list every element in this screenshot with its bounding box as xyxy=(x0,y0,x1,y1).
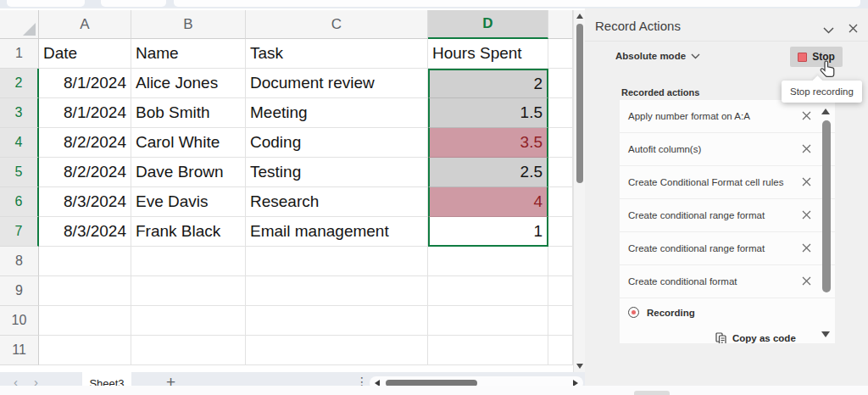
list-scroll-up-icon[interactable] xyxy=(821,108,830,114)
scroll-down-icon[interactable] xyxy=(576,364,583,369)
select-all-corner[interactable] xyxy=(0,10,39,39)
mode-dropdown[interactable]: Absolute mode xyxy=(615,51,700,61)
cell-d4-conditional-highlight[interactable]: 3.5 xyxy=(428,128,548,158)
close-icon[interactable] xyxy=(849,21,858,36)
column-header-c[interactable]: C xyxy=(246,10,428,39)
spreadsheet: A B C D 1 Date Name Task Hours Spent 2 8… xyxy=(0,8,585,387)
cell-d10[interactable] xyxy=(428,306,548,336)
cell-d7-active[interactable]: 1 xyxy=(428,217,548,247)
cell-c8[interactable] xyxy=(246,247,428,276)
cell-b7[interactable]: Frank Black xyxy=(131,217,246,247)
row-header-5[interactable]: 5 xyxy=(0,158,39,187)
cell-a11[interactable] xyxy=(39,336,131,365)
row-header-9[interactable]: 9 xyxy=(0,276,39,306)
delete-action-icon[interactable] xyxy=(802,210,811,221)
cell-a7[interactable]: 8/3/2024 xyxy=(39,217,131,247)
cell-a6[interactable]: 8/3/2024 xyxy=(39,187,131,217)
cell-e6[interactable] xyxy=(548,187,573,217)
row-header-2[interactable]: 2 xyxy=(0,69,39,98)
cell-c6[interactable]: Research xyxy=(246,187,428,217)
recorded-action-label: Create Conditional Format cell rules xyxy=(628,177,783,187)
recorded-action-label: Create conditional format xyxy=(628,276,737,287)
cell-b8[interactable] xyxy=(131,247,246,276)
delete-action-icon[interactable] xyxy=(802,111,811,122)
cell-e1[interactable] xyxy=(548,39,573,69)
cell-c5[interactable]: Testing xyxy=(246,158,428,187)
cell-e5[interactable] xyxy=(548,158,573,187)
cell-c9[interactable] xyxy=(246,276,428,306)
column-header-partial[interactable] xyxy=(548,10,573,39)
scroll-up-icon[interactable] xyxy=(576,14,583,19)
cell-e7[interactable] xyxy=(548,217,573,247)
cell-b1[interactable]: Name xyxy=(131,39,246,69)
cell-b3[interactable]: Bob Smith xyxy=(131,98,246,128)
cell-a4[interactable]: 8/2/2024 xyxy=(39,128,131,158)
cell-c4[interactable]: Coding xyxy=(246,128,428,158)
cell-e11[interactable] xyxy=(548,336,573,365)
cell-c2[interactable]: Document review xyxy=(246,69,428,98)
row-header-1[interactable]: 1 xyxy=(0,39,39,69)
cell-d8[interactable] xyxy=(428,247,548,276)
cell-d1[interactable]: Hours Spent xyxy=(428,39,548,69)
list-scroll-down-icon[interactable] xyxy=(821,331,830,337)
row-header-11[interactable]: 11 xyxy=(0,336,39,365)
cell-d5-selected[interactable]: 2.5 xyxy=(428,158,548,187)
cell-c1[interactable]: Task xyxy=(246,39,428,69)
cell-c10[interactable] xyxy=(246,306,428,336)
vertical-scrollbar[interactable] xyxy=(573,10,585,372)
vertical-scrollbar-thumb[interactable] xyxy=(576,24,583,183)
recorded-actions-heading: Recorded actions xyxy=(621,87,699,97)
cell-a3[interactable]: 8/1/2024 xyxy=(39,98,131,128)
cell-e2[interactable] xyxy=(548,69,573,98)
row-header-7[interactable]: 7 xyxy=(0,217,39,247)
cell-d6-conditional-highlight[interactable]: 4 xyxy=(428,187,548,217)
table-row: 2 8/1/2024 Alice Jones Document review 2 xyxy=(0,69,573,98)
cell-a8[interactable] xyxy=(39,247,131,276)
cell-d9[interactable] xyxy=(428,276,548,306)
cell-a9[interactable] xyxy=(39,276,131,306)
delete-action-icon[interactable] xyxy=(802,276,811,287)
cell-b11[interactable] xyxy=(131,336,246,365)
table-row: 4 8/2/2024 Carol White Coding 3.5 xyxy=(0,128,573,158)
delete-action-icon[interactable] xyxy=(802,243,811,254)
cell-e9[interactable] xyxy=(548,276,573,306)
cell-b9[interactable] xyxy=(131,276,246,306)
copy-as-code-button[interactable]: Copy as code xyxy=(620,326,835,343)
tooltip-text: Stop recording xyxy=(790,86,854,97)
cell-c3[interactable]: Meeting xyxy=(246,98,428,128)
cell-a1[interactable]: Date xyxy=(39,39,131,69)
cell-b6[interactable]: Eve Davis xyxy=(131,187,246,217)
cell-e8[interactable] xyxy=(548,247,573,276)
column-header-a[interactable]: A xyxy=(39,10,131,39)
cell-a10[interactable] xyxy=(39,306,131,336)
row-header-4[interactable]: 4 xyxy=(0,128,39,158)
row-header-10[interactable]: 10 xyxy=(0,306,39,336)
list-scrollbar-thumb[interactable] xyxy=(822,120,831,292)
column-header-d-selected[interactable]: D xyxy=(428,10,548,39)
collapse-panel-button[interactable] xyxy=(823,22,834,37)
recorded-action-item: Create conditional range format xyxy=(620,199,835,232)
recording-icon xyxy=(628,307,639,318)
cell-b4[interactable]: Carol White xyxy=(131,128,246,158)
panel-title: Record Actions xyxy=(595,19,681,33)
status-strip-fragment xyxy=(634,391,670,395)
row-header-3[interactable]: 3 xyxy=(0,98,39,128)
cell-a5[interactable]: 8/2/2024 xyxy=(39,158,131,187)
cell-e10[interactable] xyxy=(548,306,573,336)
cell-d3-selected[interactable]: 1.5 xyxy=(428,98,548,128)
cell-a2[interactable]: 8/1/2024 xyxy=(39,69,131,98)
cell-e3[interactable] xyxy=(548,98,573,128)
cell-b5[interactable]: Dave Brown xyxy=(131,158,246,187)
cell-e4[interactable] xyxy=(548,128,573,158)
cell-b10[interactable] xyxy=(131,306,246,336)
row-header-6[interactable]: 6 xyxy=(0,187,39,217)
row-header-8[interactable]: 8 xyxy=(0,247,39,276)
delete-action-icon[interactable] xyxy=(802,144,811,155)
cell-d11[interactable] xyxy=(428,336,548,365)
cell-c11[interactable] xyxy=(246,336,428,365)
column-header-b[interactable]: B xyxy=(131,10,246,39)
delete-action-icon[interactable] xyxy=(802,177,811,188)
cell-c7[interactable]: Email management xyxy=(246,217,428,247)
cell-d2-selected[interactable]: 2 xyxy=(428,69,548,98)
cell-b2[interactable]: Alice Jones xyxy=(131,69,246,98)
